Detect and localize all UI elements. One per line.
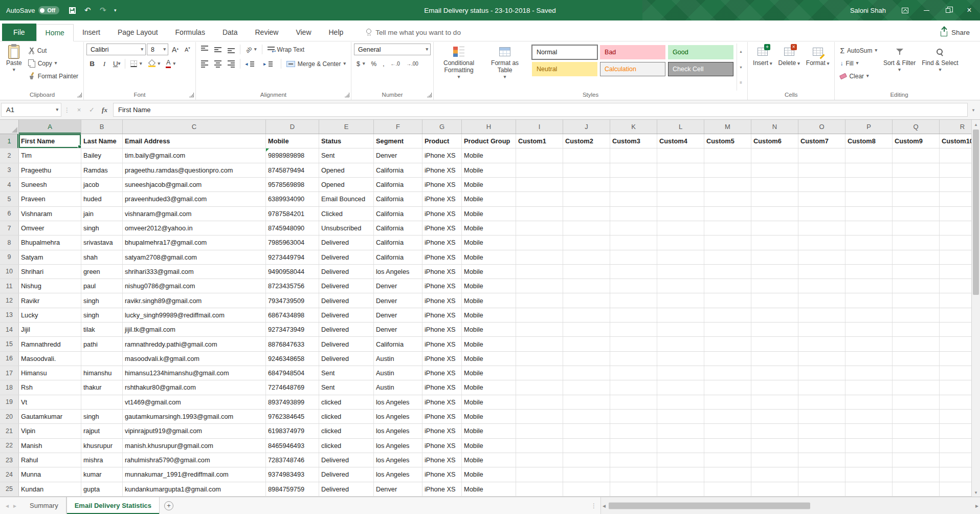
cell-E11[interactable]: Delivered	[319, 279, 374, 293]
row-header-15[interactable]: 15	[0, 337, 19, 351]
gallery-more-button[interactable]: ≡	[737, 75, 745, 91]
cell-M6[interactable]	[704, 207, 751, 221]
cell-A21[interactable]: Vipin	[19, 424, 81, 438]
cell-H18[interactable]: Mobile	[462, 380, 516, 394]
cell-K5[interactable]	[610, 192, 657, 206]
cell-P11[interactable]	[845, 279, 893, 293]
cell-H2[interactable]: Mobile	[462, 148, 516, 162]
cell-G25[interactable]: iPhone XS	[422, 482, 462, 496]
cell-K6[interactable]	[610, 207, 657, 221]
cell-R11[interactable]	[940, 279, 971, 293]
bottom-align-button[interactable]	[225, 44, 237, 55]
cell-Q15[interactable]	[893, 337, 940, 351]
cell-O8[interactable]	[798, 235, 845, 249]
cell-J15[interactable]	[563, 337, 610, 351]
increase-decimal-button[interactable]: ←.0	[388, 58, 403, 70]
cell-style-good[interactable]: Good	[668, 45, 733, 59]
cell-O23[interactable]	[798, 453, 845, 467]
cell-P18[interactable]	[845, 380, 893, 394]
cell-C1[interactable]: Email Address	[123, 134, 266, 148]
row-header-4[interactable]: 4	[0, 178, 19, 191]
cell-C15[interactable]: ramnathreddy.pathi@gmail.com	[123, 337, 266, 351]
cell-O14[interactable]	[798, 323, 845, 336]
cell-A10[interactable]: Shrihari	[19, 265, 81, 279]
cell-C10[interactable]: shrihari333@gmail.com	[123, 265, 266, 279]
cell-N13[interactable]	[751, 308, 798, 322]
cell-C8[interactable]: bhupalmehra17@gmail.com	[123, 235, 266, 249]
share-button[interactable]: Share	[930, 24, 980, 41]
cell-M16[interactable]	[704, 352, 751, 366]
format-as-table-button[interactable]: Format as Table ▾	[482, 44, 527, 91]
align-right-button[interactable]	[225, 58, 237, 70]
cell-G14[interactable]: iPhone XS	[422, 323, 462, 336]
cell-O1[interactable]: Custom7	[798, 134, 845, 148]
vertical-scrollbar[interactable]: ▴ ▾	[971, 120, 980, 497]
cell-L3[interactable]	[657, 163, 704, 177]
cell-Q21[interactable]	[893, 424, 940, 438]
clear-button[interactable]: Clear▾	[837, 70, 880, 82]
cell-E7[interactable]: Unsubscribed	[319, 221, 374, 235]
cell-I10[interactable]	[516, 265, 563, 279]
cell-Q23[interactable]	[893, 453, 940, 467]
cell-O19[interactable]	[798, 395, 845, 409]
cell-L1[interactable]: Custom4	[657, 134, 704, 148]
cell-P20[interactable]	[845, 410, 893, 423]
cell-A11[interactable]: Nishug	[19, 279, 81, 293]
cell-K16[interactable]	[610, 352, 657, 366]
cell-D8[interactable]: 7985963004	[266, 235, 319, 249]
cell-N15[interactable]	[751, 337, 798, 351]
cell-H23[interactable]: Mobile	[462, 453, 516, 467]
row-header-14[interactable]: 14	[0, 323, 19, 336]
cell-D23[interactable]: 7283748746	[266, 453, 319, 467]
cut-button[interactable]: Cut	[26, 45, 81, 56]
cell-N23[interactable]	[751, 453, 798, 467]
cell-K21[interactable]	[610, 424, 657, 438]
cell-D3[interactable]: 8745879494	[266, 163, 319, 177]
cell-G15[interactable]: iPhone XS	[422, 337, 462, 351]
format-cells-button[interactable]: Format▾	[804, 44, 832, 91]
cell-K3[interactable]	[610, 163, 657, 177]
cell-A4[interactable]: Suneesh	[19, 178, 81, 191]
cell-E23[interactable]: Delivered	[319, 453, 374, 467]
cell-F21[interactable]: los Angeles	[374, 424, 422, 438]
column-header-Q[interactable]: Q	[893, 120, 940, 134]
cell-B21[interactable]: rajput	[81, 424, 123, 438]
cell-Q24[interactable]	[893, 467, 940, 481]
qat-customize-button[interactable]: ▾	[110, 0, 120, 20]
cell-H4[interactable]: Mobile	[462, 178, 516, 191]
cell-M1[interactable]: Custom5	[704, 134, 751, 148]
cell-G5[interactable]: iPhone XS	[422, 192, 462, 206]
cell-F1[interactable]: Segment	[374, 134, 422, 148]
cell-A22[interactable]: Manish	[19, 439, 81, 453]
cell-I15[interactable]	[516, 337, 563, 351]
cell-D18[interactable]: 7274648769	[266, 380, 319, 394]
cell-J24[interactable]	[563, 467, 610, 481]
cell-F10[interactable]: los Angeles	[374, 265, 422, 279]
column-header-B[interactable]: B	[81, 120, 123, 134]
cell-F8[interactable]: California	[374, 235, 422, 249]
cell-Q5[interactable]	[893, 192, 940, 206]
cell-B22[interactable]: khusrupur	[81, 439, 123, 453]
cell-N3[interactable]	[751, 163, 798, 177]
cell-E18[interactable]: Sent	[319, 380, 374, 394]
cell-A7[interactable]: Omveer	[19, 221, 81, 235]
cell-K15[interactable]	[610, 337, 657, 351]
cell-C22[interactable]: manish.khusrupur@gmail.com	[123, 439, 266, 453]
cell-G3[interactable]: iPhone XS	[422, 163, 462, 177]
cell-A23[interactable]: Rahul	[19, 453, 81, 467]
cell-J19[interactable]	[563, 395, 610, 409]
cell-F20[interactable]: los Angeles	[374, 410, 422, 423]
row-header-10[interactable]: 10	[0, 265, 19, 279]
cell-O5[interactable]	[798, 192, 845, 206]
cell-K12[interactable]	[610, 293, 657, 307]
cell-H19[interactable]: Mobile	[462, 395, 516, 409]
cell-E4[interactable]: Opened	[319, 178, 374, 191]
cell-G13[interactable]: iPhone XS	[422, 308, 462, 322]
cell-N14[interactable]	[751, 323, 798, 336]
cell-N24[interactable]	[751, 467, 798, 481]
cell-J5[interactable]	[563, 192, 610, 206]
sheet-prev-button[interactable]: ◂	[4, 502, 10, 509]
cell-C5[interactable]: praveenhuded3@gmail.com	[123, 192, 266, 206]
cell-I3[interactable]	[516, 163, 563, 177]
cell-N7[interactable]	[751, 221, 798, 235]
